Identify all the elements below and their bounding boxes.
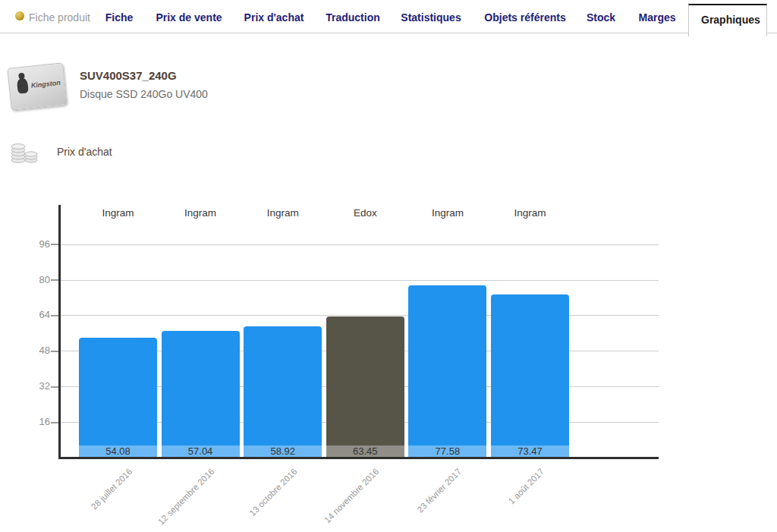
tab-marges[interactable]: Marges — [638, 11, 675, 24]
supplier-label: Ingram — [491, 207, 570, 219]
product-sheet-page: Fiche produit FichePrix de ventePrix d'a… — [0, 0, 777, 532]
price-bar[interactable]: 73.47 — [491, 294, 569, 458]
tab-prix-d-achat[interactable]: Prix d'achat — [244, 11, 304, 24]
y-tick-label: 64 — [14, 309, 50, 320]
price-bar[interactable]: 58.92 — [244, 326, 322, 458]
bar-value-label: 58.92 — [244, 445, 322, 458]
bar-value-label: 77.58 — [408, 445, 486, 458]
product-image-brand: Kingston — [30, 79, 61, 90]
supplier-label: Ingram — [408, 207, 487, 219]
bar-value-label: 57.04 — [162, 445, 240, 458]
tab-bar: Fiche produit FichePrix de ventePrix d'a… — [0, 0, 777, 33]
bar-value-label: 63.45 — [326, 445, 404, 458]
price-bar[interactable]: 54.08 — [79, 338, 157, 458]
x-axis-date-label: 14 novembre 2016 — [322, 467, 380, 524]
tab-prix-de-vente[interactable]: Prix de vente — [156, 11, 222, 24]
x-axis-date-label: 1 août 2017 — [507, 467, 546, 505]
price-bar[interactable]: 57.04 — [162, 331, 240, 458]
x-axis-line — [58, 457, 659, 459]
tab-statistiques[interactable]: Statistiques — [401, 11, 461, 24]
x-axis-date-label: 28 juillet 2016 — [89, 467, 134, 512]
y-tick-label: 96 — [14, 238, 50, 250]
x-axis-date-label: 13 octobre 2016 — [247, 467, 298, 518]
product-sku: SUV400S37_240G — [80, 69, 177, 82]
bar-value-label: 73.47 — [491, 445, 569, 458]
tab-objets-r-f-rents[interactable]: Objets référents — [484, 11, 565, 24]
y-tick-label: 80 — [14, 274, 50, 285]
tab-graphiques[interactable]: Graphiques — [688, 4, 767, 36]
tab-fiche[interactable]: Fiche — [105, 11, 134, 24]
kingston-logo-icon — [17, 77, 29, 93]
context-label: Fiche produit — [29, 11, 90, 24]
product-sheet-icon — [15, 11, 24, 20]
price-bar[interactable]: 77.58 — [408, 285, 486, 458]
gridline — [55, 280, 659, 281]
supplier-label: Ingram — [79, 207, 158, 219]
tab-stock[interactable]: Stock — [587, 11, 615, 24]
supplier-label: Ingram — [161, 207, 240, 219]
purchase-price-chart: 163248648096Ingram54.0828 juillet 2016In… — [0, 194, 777, 532]
y-tick-label: 32 — [14, 380, 50, 392]
x-axis-date-label: 23 février 2017 — [416, 467, 464, 515]
section-title: Prix d'achat — [57, 146, 112, 158]
y-tick-label: 48 — [14, 345, 50, 356]
x-axis-date-label: 12 septembre 2016 — [156, 467, 216, 527]
supplier-label: Edox — [326, 207, 404, 219]
gridline — [55, 244, 659, 245]
bar-value-label: 54.08 — [79, 445, 157, 458]
y-axis-line — [58, 205, 61, 459]
product-description: Disque SSD 240Go UV400 — [80, 88, 208, 100]
price-bar[interactable]: 63.45 — [326, 316, 404, 458]
coins-icon — [9, 141, 39, 164]
y-tick-label: 16 — [14, 416, 50, 427]
tab-traduction[interactable]: Traduction — [326, 11, 380, 24]
supplier-label: Ingram — [244, 207, 322, 219]
product-image: Kingston — [7, 62, 67, 110]
